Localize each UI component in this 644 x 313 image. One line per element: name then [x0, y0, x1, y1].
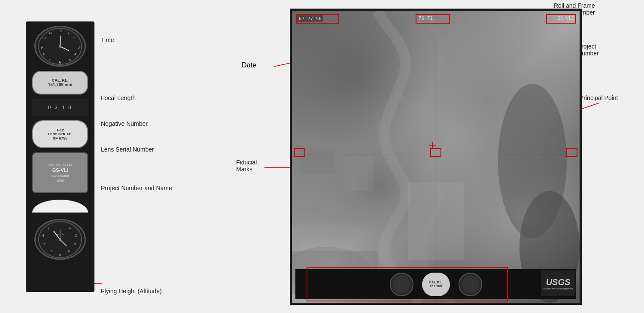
negative-number-label: Negative Number: [101, 120, 148, 127]
svg-text:4: 4: [68, 249, 70, 253]
svg-point-35: [59, 238, 61, 241]
svg-text:6: 6: [51, 249, 53, 253]
lens-serial-badge: T-12 LENS SER. N°. XF 6755: [32, 120, 88, 148]
fiducial-marks-label-block: Fiducial Marks: [236, 159, 257, 173]
altitude-instrument: 1 2 3 4 5 6 7 8 9 ×1000: [34, 219, 86, 260]
svg-text:2: 2: [73, 36, 75, 40]
time-instrument: 12 3 6 9 1 2 11 10 8 7 5 4: [34, 26, 86, 67]
bottom-focal-badge: CAL.F.L.151.768: [422, 273, 450, 296]
focal-length-badge: CAL. F.L. 151.768 mm: [32, 71, 88, 94]
principal-point-label: Principal Point: [580, 94, 618, 101]
svg-text:7: 7: [43, 242, 46, 246]
svg-text:4: 4: [74, 53, 76, 56]
svg-text:6: 6: [59, 60, 61, 64]
roll-frame-label-line1: Roll and Frame: [554, 2, 595, 9]
svg-text:7: 7: [49, 58, 50, 61]
svg-text:3: 3: [77, 45, 79, 49]
svg-text:×1000: ×1000: [57, 233, 64, 236]
project-name: Sunderland: [52, 173, 69, 178]
project-gs-vli: GS-VLI: [52, 167, 68, 173]
project-year: 1956: [56, 178, 64, 183]
svg-point-21: [59, 45, 61, 48]
svg-text:1: 1: [69, 226, 71, 230]
photo-date-text: 67 27-56: [297, 15, 323, 22]
altitude-svg: 1 2 3 4 5 6 7 8 9 ×1000: [36, 220, 84, 259]
focal-length-line2: 151.768 mm: [48, 82, 73, 87]
bottom-altimeter: [459, 273, 482, 296]
flying-height-label: Flying Height (Altitude): [101, 288, 162, 295]
principal-point-marker: [429, 142, 436, 149]
lens-line2: LENS SER. N°.: [48, 132, 72, 136]
svg-text:1: 1: [68, 31, 70, 34]
lens-line1: T-12: [56, 128, 64, 132]
svg-text:8: 8: [43, 53, 45, 56]
svg-rect-38: [301, 148, 335, 174]
svg-text:3: 3: [74, 242, 76, 246]
photo-inner: 67 27-56 76-71 GS-VLI CAL.F.L.151.768 US…: [292, 11, 580, 303]
svg-text:12: 12: [58, 29, 62, 33]
aerial-photo-container: 67 27-56 76-71 GS-VLI CAL.F.L.151.768 US…: [290, 9, 582, 305]
time-label: Time: [101, 36, 114, 43]
project-badge: SER. NO. 53-113 GS-VLI Sunderland 1956: [32, 152, 88, 193]
usgs-subtext: science for a changing world: [544, 287, 573, 290]
fiducial-marks-line2: Marks: [236, 166, 257, 173]
roll-frame-text: 76-71: [419, 15, 433, 21]
svg-text:10: 10: [42, 36, 46, 40]
svg-text:5: 5: [69, 58, 71, 61]
project-ser-no: SER. NO. 53-113: [49, 163, 72, 167]
svg-text:8: 8: [43, 234, 45, 237]
svg-rect-39: [343, 157, 374, 191]
svg-text:2: 2: [75, 234, 77, 237]
project-number-name-label: Project Number and Name: [101, 185, 172, 191]
fiducial-marks-line1: Fiducial: [236, 159, 257, 166]
bottom-clock: [390, 273, 413, 296]
focal-length-label: Focal Length: [101, 94, 136, 101]
svg-text:11: 11: [49, 31, 52, 34]
crosshair-vertical: [436, 11, 436, 303]
svg-text:9: 9: [48, 226, 50, 230]
film-notch: [32, 200, 88, 213]
usgs-logo: USGS science for a changing world: [541, 270, 575, 296]
principal-point-label-block: Principal Point: [580, 94, 618, 101]
svg-text:5: 5: [59, 253, 61, 257]
project-photo-text: GS-VLI: [557, 15, 574, 21]
date-label: Date: [242, 61, 256, 69]
svg-rect-40: [292, 191, 335, 221]
lens-serial-label: Lens Serial Number: [101, 146, 154, 153]
negative-numbers-display: 0 2 4 8: [32, 99, 88, 116]
focal-length-line1: CAL. F.L.: [52, 78, 69, 82]
bottom-instruments-strip: CAL.F.L.151.768: [295, 269, 576, 299]
film-strip: 12 3 6 9 1 2 11 10 8 7 5 4 CAL. F.L. 151…: [26, 21, 94, 292]
lens-line3: XF 6755: [53, 136, 67, 140]
svg-text:9: 9: [40, 45, 43, 49]
clock-face-svg: 12 3 6 9 1 2 11 10 8 7 5 4: [36, 27, 84, 66]
usgs-text: USGS: [546, 277, 571, 287]
negative-numbers-text: 0 2 4 8: [48, 104, 73, 111]
